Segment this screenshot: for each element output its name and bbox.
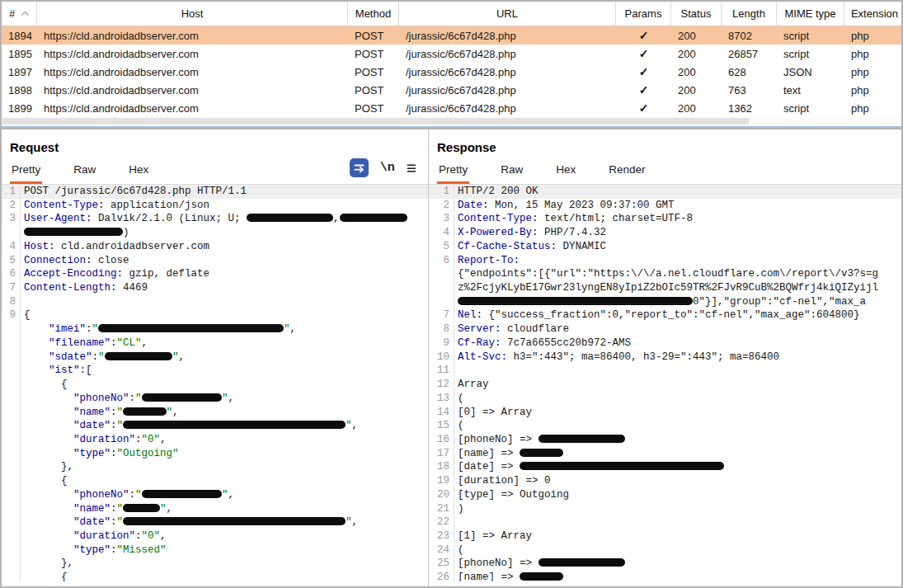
editor-line: 13( (429, 392, 901, 406)
line-content: "filename":"CL", (21, 336, 428, 350)
editor-line: z%2FcjyKLybE17Gwr23lyngEN8yIpiZ2bOIc59TR… (429, 281, 901, 295)
redacted-bar (142, 393, 223, 402)
line-number: 26 (429, 571, 454, 581)
line-number (2, 474, 21, 488)
column-header-url[interactable]: URL (399, 2, 616, 26)
response-tab-raw[interactable]: Raw (499, 162, 524, 184)
redacted-bar (520, 572, 563, 581)
editor-line: "name":"", (2, 406, 428, 420)
params-check-icon: ✓ (639, 47, 649, 60)
cell-params: ✓ (616, 65, 671, 78)
column-header-host[interactable]: Host (37, 2, 348, 26)
scrollbar-thumb[interactable] (2, 118, 749, 125)
table-horizontal-scrollbar[interactable] (2, 117, 901, 125)
line-number (2, 406, 21, 420)
editor-line: 3Content-Type: text/html; charset=UTF-8 (429, 212, 901, 226)
cell-method: POST (348, 84, 399, 96)
line-content: ( (454, 419, 901, 433)
response-pane-title: Response (437, 140, 891, 154)
cell-ext: php (844, 48, 903, 60)
column-header-length[interactable]: Length (722, 2, 777, 26)
editor-line: ) (2, 226, 428, 240)
editor-line: }, (2, 460, 428, 474)
line-number: 14 (429, 406, 454, 420)
line-content: User-Agent: Dalvik/2.1.0 (Linux; U; , (21, 212, 428, 226)
pretty-wrap-icon[interactable] (350, 158, 369, 177)
table-row[interactable]: 1897https://cld.androidadbserver.comPOST… (2, 63, 901, 81)
column-header-num[interactable]: # (2, 2, 37, 26)
line-content: z%2FcjyKLybE17Gwr23lyngEN8yIpiZ2bOIc59TR… (454, 281, 901, 295)
request-pane: Request PrettyRawHex \n ≡ 1POST /jurassi… (2, 129, 428, 586)
request-tab-pretty[interactable]: Pretty (10, 162, 42, 184)
cell-status: 200 (671, 48, 722, 60)
column-header-ext[interactable]: Extension (844, 2, 903, 26)
line-number: 9 (2, 308, 21, 322)
cell-mime: script (777, 102, 844, 115)
table-row[interactable]: 1895https://cld.androidadbserver.comPOST… (2, 45, 901, 63)
cell-ext: php (844, 84, 903, 96)
line-content: 0"}],"group":"cf-nel","max_a (454, 295, 901, 309)
editor-line: 7Content-Length: 4469 (2, 281, 428, 295)
redacted-bar (520, 462, 724, 470)
column-header-label: Length (732, 7, 765, 20)
column-header-label: Extension (851, 7, 898, 20)
editor-line: 12Array (429, 378, 901, 392)
response-tab-render[interactable]: Render (607, 162, 647, 184)
editor-line: 1POST /jurassic/6c67d428.php HTTP/1.1 (2, 185, 428, 199)
editor-line: "phoneNo":"", (2, 392, 428, 406)
line-number (429, 267, 454, 281)
cell-params: ✓ (616, 101, 671, 115)
line-content: ) (454, 502, 901, 516)
cell-status: 200 (671, 66, 722, 78)
cell-num: 1894 (2, 30, 37, 42)
line-number: 16 (429, 433, 454, 447)
editor-line: 0"}],"group":"cf-nel","max_a (429, 295, 901, 309)
line-content: "name":"", (21, 502, 428, 516)
column-header-mime[interactable]: MIME type (777, 2, 844, 26)
request-tab-raw[interactable]: Raw (72, 162, 97, 184)
editor-menu-icon[interactable]: ≡ (407, 159, 416, 176)
editor-line: 6Report-To: (429, 254, 901, 268)
response-pane: Response PrettyRawHexRender 1HTTP/2 200 … (428, 129, 901, 586)
cell-url: /jurassic/6c67d428.php (399, 84, 616, 96)
request-tab-hex[interactable]: Hex (127, 162, 150, 184)
line-number (2, 571, 21, 581)
editor-line: 15( (429, 419, 901, 433)
line-content: "name":"", (21, 406, 428, 420)
cell-ext: php (844, 30, 903, 42)
editor-line: 18[date] => (429, 460, 901, 474)
column-header-label: Host (181, 7, 204, 20)
line-content: {"endpoints":[{"url":"https:\/\/a.nel.cl… (454, 267, 901, 281)
table-row[interactable]: 1899https://cld.androidadbserver.comPOST… (2, 99, 901, 117)
line-number: 22 (429, 515, 454, 529)
cell-num: 1899 (2, 102, 37, 115)
newline-toggle-icon[interactable]: \n (380, 161, 395, 175)
line-number: 11 (429, 364, 454, 378)
editor-line: "type":"Missed" (2, 543, 428, 557)
line-content: "sdate":"", (21, 350, 428, 365)
line-content: ( (454, 392, 901, 406)
response-tab-hex[interactable]: Hex (554, 162, 577, 184)
line-number (2, 529, 21, 543)
line-content: Alt-Svc: h3=":443"; ma=86400, h3-29=":44… (454, 350, 901, 365)
line-content: { (21, 378, 428, 392)
cell-status: 200 (671, 102, 722, 115)
table-row[interactable]: 1898https://cld.androidadbserver.comPOST… (2, 81, 901, 99)
line-number: 8 (429, 322, 454, 336)
redacted-bar (123, 517, 346, 525)
request-editor[interactable]: 1POST /jurassic/6c67d428.php HTTP/1.12Co… (2, 184, 428, 581)
column-header-status[interactable]: Status (671, 2, 722, 26)
line-number (429, 281, 454, 295)
line-number: 7 (2, 281, 21, 295)
editor-line: "date":"", (2, 515, 428, 529)
response-editor[interactable]: 1HTTP/2 200 OK2Date: Mon, 15 May 2023 09… (429, 184, 901, 581)
editor-line: 20[type] => Outgoing (429, 488, 901, 502)
column-header-params[interactable]: Params (616, 2, 671, 26)
editor-line: 8 (2, 295, 428, 309)
editor-line: 2Date: Mon, 15 May 2023 09:37:00 GMT (429, 199, 901, 213)
editor-line: "ist":[ (2, 364, 428, 378)
table-row[interactable]: 1894https://cld.androidadbserver.comPOST… (2, 26, 901, 45)
response-tab-pretty[interactable]: Pretty (437, 162, 469, 184)
column-header-label: # (9, 7, 15, 20)
column-header-method[interactable]: Method (348, 2, 399, 26)
